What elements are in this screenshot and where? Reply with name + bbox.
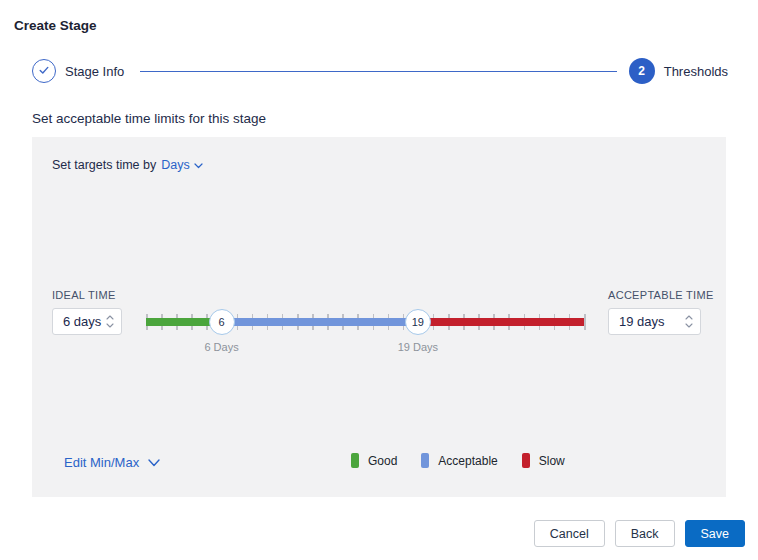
slider-track[interactable]: 66 Days1919 Days: [146, 306, 584, 338]
legend-label: Good: [368, 454, 397, 468]
acceptable-time-field: [608, 308, 701, 335]
ideal-time-input[interactable]: [63, 314, 102, 329]
slider-handle[interactable]: 19: [405, 309, 431, 335]
acceptable-swatch: [421, 453, 429, 468]
chevron-down-icon: [148, 455, 160, 470]
stepper-step-stage-info[interactable]: Stage Info: [32, 59, 124, 83]
ideal-time-group: IDEAL TIME: [52, 289, 122, 335]
slider-handle-label: 19 Days: [398, 341, 438, 353]
stepper-step-thresholds[interactable]: 2 Thresholds: [629, 58, 728, 84]
step-number: 2: [638, 64, 645, 78]
legend-label: Slow: [539, 454, 565, 468]
edit-minmax-label: Edit Min/Max: [64, 455, 139, 470]
footer-actions: Cancel Back Save: [534, 520, 745, 547]
thresholds-panel: Set targets time by Days IDEAL TIME: [32, 137, 726, 497]
target-time-row: Set targets time by Days: [52, 158, 203, 172]
stepper: Stage Info 2 Thresholds: [32, 57, 728, 85]
slider-legend: Good Acceptable Slow: [351, 453, 589, 468]
panel-subtitle: Set acceptable time limits for this stag…: [32, 111, 266, 126]
chevron-down-icon: [194, 158, 203, 172]
slider-segment-slow: [418, 318, 584, 326]
legend-item-acceptable: Acceptable: [421, 453, 497, 468]
edit-minmax-link[interactable]: Edit Min/Max: [64, 455, 160, 470]
save-button[interactable]: Save: [685, 520, 746, 547]
spinner-up-icon[interactable]: [106, 315, 114, 320]
ideal-time-stepper: [106, 315, 114, 328]
slow-swatch: [522, 453, 530, 468]
check-icon: [38, 62, 50, 80]
spinner-down-icon[interactable]: [106, 323, 114, 328]
slider-handle-label: 6 Days: [204, 341, 238, 353]
acceptable-time-input[interactable]: [619, 314, 681, 329]
time-unit-dropdown[interactable]: Days: [161, 158, 202, 172]
slider-tick: [584, 314, 586, 330]
spinner-up-icon[interactable]: [685, 315, 693, 320]
slider-segment-acceptable: [222, 318, 418, 326]
create-stage-dialog: Create Stage Stage Info 2 Thresholds Set…: [0, 0, 758, 560]
acceptable-time-label: ACCEPTABLE TIME: [608, 289, 714, 301]
page-title: Create Stage: [14, 18, 97, 33]
step-complete-circle: [32, 59, 56, 83]
acceptable-time-stepper: [685, 315, 693, 328]
slider-handle[interactable]: 6: [209, 309, 235, 335]
acceptable-time-group: ACCEPTABLE TIME: [608, 289, 714, 335]
good-swatch: [351, 453, 359, 468]
legend-item-good: Good: [351, 453, 397, 468]
legend-label: Acceptable: [438, 454, 497, 468]
step-label-thresholds: Thresholds: [664, 64, 728, 79]
stepper-connector-line: [140, 71, 616, 72]
ideal-time-label: IDEAL TIME: [52, 289, 122, 301]
back-button[interactable]: Back: [615, 520, 675, 547]
cancel-button[interactable]: Cancel: [534, 520, 605, 547]
ideal-time-field: [52, 308, 122, 335]
target-time-prefix: Set targets time by: [52, 158, 156, 172]
step-active-circle: 2: [629, 58, 655, 84]
spinner-down-icon[interactable]: [685, 323, 693, 328]
legend-item-slow: Slow: [522, 453, 565, 468]
time-unit-value: Days: [161, 158, 189, 172]
step-label-stage-info: Stage Info: [65, 64, 124, 79]
